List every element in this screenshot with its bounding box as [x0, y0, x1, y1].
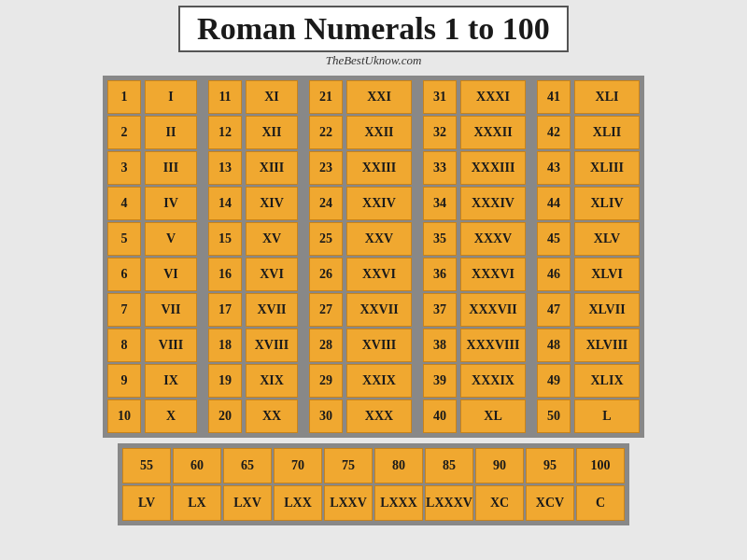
roman-cell: XX: [246, 399, 298, 433]
roman-cell: XLIX: [574, 364, 640, 398]
roman-cell: XII: [246, 116, 298, 149]
roman-cell: VII: [145, 293, 197, 327]
roman-cell: XVI: [246, 258, 298, 291]
number-cell: 6: [107, 258, 141, 291]
bottom-roman-cell: LXXXV: [425, 485, 473, 521]
number-cell: 1: [107, 80, 141, 114]
roman-cell: XLVIII: [574, 329, 640, 362]
number-cell: 24: [309, 187, 343, 220]
number-cell: 31: [423, 80, 457, 114]
number-cell: 47: [537, 293, 571, 327]
number-cell: 9: [107, 364, 141, 398]
number-cell: 50: [537, 399, 571, 433]
bottom-number-cell: 60: [173, 448, 221, 483]
number-cell: 35: [423, 222, 457, 256]
bottom-number-cell: 95: [526, 448, 574, 483]
number-cell: 38: [423, 329, 457, 362]
roman-cell: XXII: [346, 116, 412, 149]
roman-cell: XXX: [346, 399, 412, 433]
roman-cell: I: [145, 80, 197, 114]
number-cell: 37: [423, 293, 457, 327]
number-cell: 22: [309, 116, 343, 149]
bottom-numbers-row: 556065707580859095100: [122, 448, 625, 483]
roman-cell: XLIV: [574, 187, 640, 220]
bottom-roman-cell: LXV: [223, 485, 272, 521]
roman-cell: XXIII: [346, 151, 412, 185]
number-cell: 5: [107, 222, 141, 256]
roman-cell: XLVI: [574, 258, 640, 291]
number-cell: 23: [309, 151, 343, 185]
number-cell: 14: [208, 187, 242, 220]
bottom-romans-row: LVLXLXVLXXLXXVLXXXLXXXVXCXCVC: [122, 485, 625, 521]
number-cell: 45: [537, 222, 571, 256]
number-cell: 39: [423, 364, 457, 398]
number-cell: 11: [208, 80, 242, 114]
roman-cell: XXV: [346, 222, 412, 256]
bottom-number-cell: 65: [223, 448, 272, 483]
top-grid: 12345678910IIIIIIIVVVIVIIVIIIIXX11121314…: [103, 76, 644, 438]
roman-cell: XXXIX: [460, 364, 526, 398]
roman-cell: XLIII: [574, 151, 640, 185]
column-separator: [302, 80, 305, 433]
roman-col-3: XXXIXXXIIXXXIIIXXXIVXXXVXXXVIXXXVIIXXXVI…: [460, 80, 526, 433]
number-cell: 27: [309, 293, 343, 327]
bottom-section: 556065707580859095100LVLXLXVLXXLXXVLXXXL…: [118, 443, 629, 525]
bottom-number-cell: 85: [425, 448, 473, 483]
roman-cell: XI: [246, 80, 298, 114]
roman-cell: XXXVI: [460, 258, 526, 291]
number-cell: 40: [423, 399, 457, 433]
number-cell: 26: [309, 258, 343, 291]
number-cell: 43: [537, 151, 571, 185]
number-cell: 41: [537, 80, 571, 114]
bottom-roman-cell: XC: [475, 485, 524, 521]
roman-col-2: XXIXXIIXXIIIXXIVXXVXXVIXXVIIXVIIIXXIXXXX: [346, 80, 412, 433]
roman-cell: XXXVIII: [460, 329, 526, 362]
roman-cell: XV: [246, 222, 298, 256]
number-cell: 42: [537, 116, 571, 149]
roman-cell: XXIX: [346, 364, 412, 398]
roman-cell: XIV: [246, 187, 298, 220]
roman-cell: XXXVII: [460, 293, 526, 327]
roman-cell: II: [145, 116, 197, 149]
roman-cell: V: [145, 222, 197, 256]
roman-cell: XXI: [346, 80, 412, 114]
bottom-roman-cell: XCV: [526, 485, 574, 521]
bottom-number-cell: 55: [122, 448, 171, 483]
number-col-0: 12345678910: [107, 80, 141, 433]
roman-cell: XXXIV: [460, 187, 526, 220]
number-cell: 34: [423, 187, 457, 220]
roman-cell: XXXIII: [460, 151, 526, 185]
roman-cell: XVIII: [246, 329, 298, 362]
page-subtitle: TheBestUknow.com: [178, 53, 569, 68]
number-cell: 30: [309, 399, 343, 433]
bottom-number-cell: 70: [274, 448, 322, 483]
page-title: Roman Numerals 1 to 100: [178, 6, 569, 52]
roman-cell: XXVI: [346, 258, 412, 291]
number-col-1: 11121314151617181920: [208, 80, 242, 433]
roman-cell: XIII: [246, 151, 298, 185]
number-col-4: 41424344454647484950: [537, 80, 571, 433]
number-cell: 21: [309, 80, 343, 114]
bottom-number-cell: 90: [475, 448, 524, 483]
main-content: 12345678910IIIIIIIVVVIVIIVIIIIXX11121314…: [0, 70, 747, 525]
bottom-number-cell: 100: [576, 448, 625, 483]
number-cell: 12: [208, 116, 242, 149]
page-header: Roman Numerals 1 to 100 TheBestUknow.com: [178, 6, 569, 68]
number-cell: 4: [107, 187, 141, 220]
roman-cell: XLVII: [574, 293, 640, 327]
roman-cell: XLV: [574, 222, 640, 256]
roman-cell: XLII: [574, 116, 640, 149]
roman-cell: III: [145, 151, 197, 185]
roman-cell: XXXV: [460, 222, 526, 256]
number-cell: 20: [208, 399, 242, 433]
column-separator: [529, 80, 533, 433]
number-cell: 25: [309, 222, 343, 256]
bottom-roman-cell: LX: [173, 485, 221, 521]
number-cell: 48: [537, 329, 571, 362]
number-cell: 7: [107, 293, 141, 327]
roman-cell: XIX: [246, 364, 298, 398]
number-cell: 44: [537, 187, 571, 220]
bottom-roman-cell: LXXX: [374, 485, 423, 521]
bottom-roman-cell: LXX: [274, 485, 322, 521]
bottom-roman-cell: C: [576, 485, 625, 521]
